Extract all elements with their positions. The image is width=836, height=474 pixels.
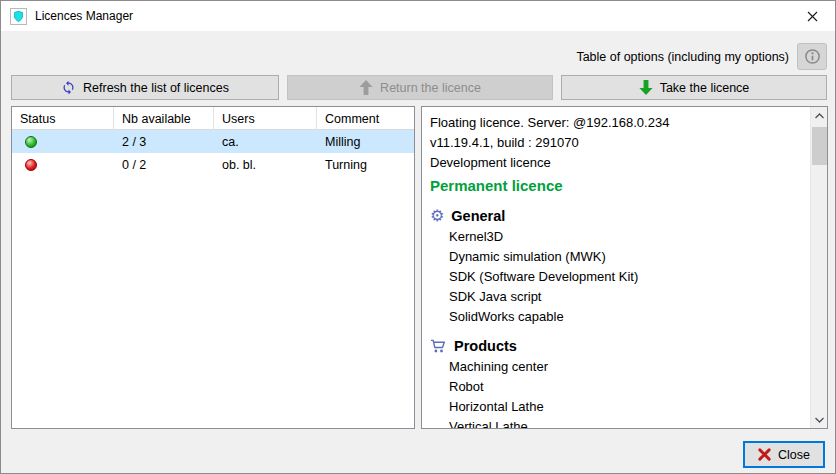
permanent-licence-label: Permanent licence: [430, 175, 810, 197]
list-item: Dynamic simulation (MWK): [430, 247, 810, 267]
window-close-icon[interactable]: [790, 1, 835, 31]
refresh-icon: [61, 80, 76, 95]
options-label: Table of options (including my options): [576, 50, 789, 64]
titlebar: Licences Manager: [1, 1, 835, 31]
column-header-comment[interactable]: Comment: [317, 107, 414, 130]
return-button-label: Return the licence: [380, 81, 481, 95]
licence-details-content: Floating licence. Server: @192.168.0.234…: [422, 107, 810, 428]
cell-nb-available: 2 / 3: [114, 130, 214, 153]
general-section: ⚙ General Kernel3D Dynamic simulation (M…: [430, 205, 810, 327]
list-item: SDK Java script: [430, 287, 810, 307]
options-row: Table of options (including my options): [576, 43, 827, 70]
column-header-users[interactable]: Users: [214, 107, 317, 130]
arrow-up-icon: [359, 80, 373, 95]
status-red-icon: [25, 159, 37, 171]
column-header-nb-available[interactable]: Nb available: [114, 107, 214, 130]
close-button[interactable]: Close: [743, 441, 825, 468]
red-x-icon: [758, 448, 771, 461]
take-licence-button[interactable]: Take the licence: [561, 75, 827, 100]
table-row[interactable]: 0 / 2 ob. bl. Turning: [12, 153, 414, 176]
scrollbar-thumb[interactable]: [812, 127, 827, 165]
cell-comment: Turning: [317, 153, 414, 176]
gear-icon: ⚙: [430, 208, 444, 224]
list-item: Horizontal Lathe: [430, 397, 810, 417]
list-item: Kernel3D: [430, 227, 810, 247]
list-item: SDK (Software Development Kit): [430, 267, 810, 287]
window-title: Licences Manager: [35, 9, 133, 23]
licences-manager-dialog: Licences Manager Table of options (inclu…: [0, 0, 836, 474]
return-licence-button[interactable]: Return the licence: [287, 75, 553, 100]
list-item: SolidWorks capable: [430, 307, 810, 327]
general-section-title: General: [451, 208, 505, 224]
info-icon: [804, 48, 821, 65]
arrow-down-icon: [639, 80, 653, 95]
info-button[interactable]: [797, 43, 827, 70]
cart-icon: [430, 339, 447, 354]
cell-users: ob. bl.: [214, 153, 317, 176]
cell-nb-available: 0 / 2: [114, 153, 214, 176]
column-header-status[interactable]: Status: [12, 107, 114, 130]
products-section-title: Products: [454, 338, 517, 354]
cell-users: ca.: [214, 130, 317, 153]
app-icon: [10, 8, 27, 25]
scroll-down-icon[interactable]: [811, 411, 828, 428]
licences-table: Status Nb available Users Comment 2 / 3 …: [11, 106, 415, 429]
list-item: Robot: [430, 377, 810, 397]
status-green-icon: [25, 136, 37, 148]
shield-icon: [12, 10, 25, 23]
scroll-up-icon[interactable]: [811, 107, 828, 124]
refresh-button-label: Refresh the list of licences: [83, 81, 229, 95]
list-item: Machining center: [430, 357, 810, 377]
version-line: v11.19.4.1, build : 291070: [430, 133, 810, 153]
close-button-label: Close: [778, 448, 810, 462]
table-header: Status Nb available Users Comment: [12, 107, 414, 130]
licence-type-line: Development licence: [430, 153, 810, 173]
server-line: Floating licence. Server: @192.168.0.234: [430, 113, 810, 133]
table-row[interactable]: 2 / 3 ca. Milling: [12, 130, 414, 153]
products-section: Products Machining center Robot Horizont…: [430, 335, 810, 428]
refresh-licences-button[interactable]: Refresh the list of licences: [11, 75, 279, 100]
list-item: Vertical Lathe: [430, 417, 810, 428]
details-scrollbar[interactable]: [810, 107, 827, 428]
licence-details-panel: Floating licence. Server: @192.168.0.234…: [421, 106, 828, 429]
take-button-label: Take the licence: [660, 81, 750, 95]
cell-comment: Milling: [317, 130, 414, 153]
